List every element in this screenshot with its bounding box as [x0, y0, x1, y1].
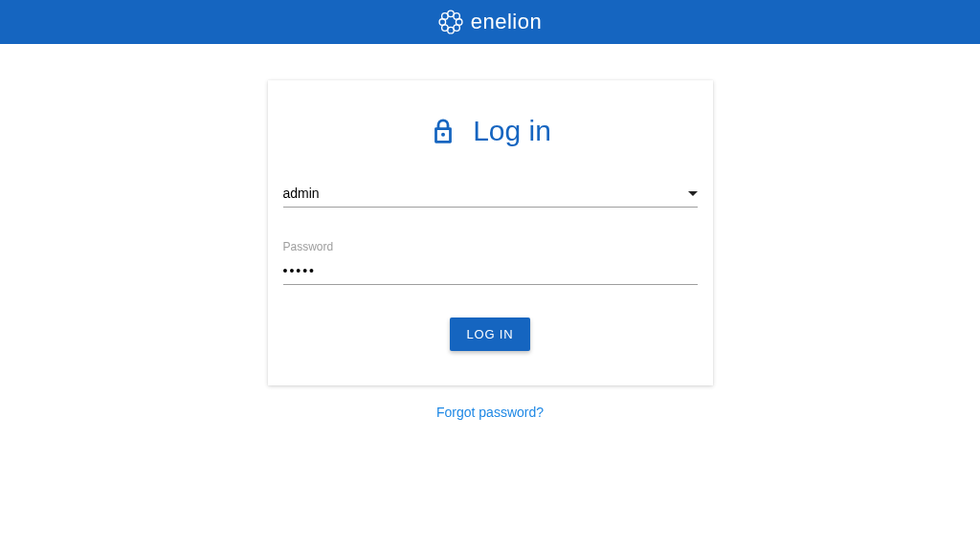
- password-field-wrap: Password: [283, 240, 698, 285]
- user-select-value: admin: [283, 186, 688, 201]
- user-select[interactable]: admin: [283, 180, 698, 208]
- brand-logo: enelion: [438, 10, 542, 34]
- brand-icon: [438, 10, 463, 34]
- brand-name: enelion: [471, 10, 542, 34]
- chevron-down-icon: [688, 191, 698, 196]
- svg-point-7: [454, 25, 460, 32]
- forgot-password-link[interactable]: Forgot password?: [436, 405, 544, 420]
- password-label: Password: [283, 240, 698, 253]
- svg-point-8: [441, 133, 445, 137]
- title-row: Log in: [283, 115, 698, 147]
- svg-point-6: [441, 25, 448, 32]
- login-card: Log in admin Password LOG IN: [268, 80, 713, 385]
- user-select-field: admin: [283, 180, 698, 208]
- button-row: LOG IN: [283, 318, 698, 351]
- svg-point-4: [441, 13, 448, 20]
- login-button[interactable]: LOG IN: [450, 318, 531, 351]
- app-header: enelion: [0, 0, 980, 44]
- main-container: Log in admin Password LOG IN Forgot pass…: [0, 44, 980, 420]
- password-input[interactable]: [283, 257, 698, 285]
- page-title: Log in: [473, 115, 551, 147]
- svg-point-5: [454, 13, 460, 20]
- lock-icon: [429, 117, 457, 145]
